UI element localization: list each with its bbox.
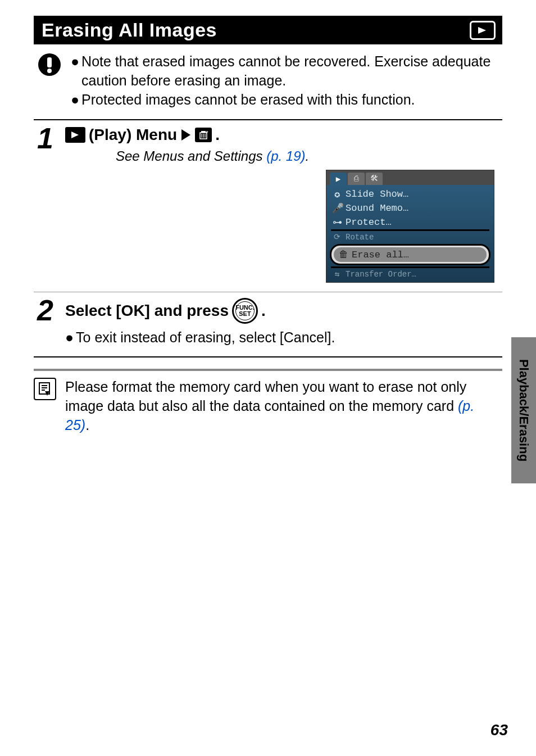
play-menu-icon [65, 127, 85, 143]
warning-item: ● Note that erased images cannot be reco… [71, 52, 502, 90]
side-tab-label: Playback/Erasing [516, 359, 531, 461]
svg-rect-2 [47, 57, 52, 67]
page-number: 63 [490, 721, 508, 739]
transfer-icon: ⇆ [332, 269, 342, 279]
step-heading: (Play) Menu ✦ . [65, 126, 500, 144]
tab-print-icon: ⎙ [348, 173, 365, 185]
sound-memo-icon: 🎤 [332, 202, 342, 214]
protect-icon: ⊶ [332, 216, 342, 228]
step-heading-text: (Play) Menu [89, 126, 177, 144]
warning-text: Protected images cannot be erased with t… [81, 90, 415, 110]
tab-play-icon: ▶ [330, 173, 347, 185]
menu-item-highlighted: 🗑Erase all… [330, 244, 490, 265]
step-bullet-text: To exit instead of erasing, select [Canc… [76, 328, 335, 347]
step-subtext: See Menus and Settings (p. 19). [116, 148, 500, 164]
func-set-button-icon: FUNC. SET [232, 298, 258, 324]
step-sub-suffix: . [306, 148, 310, 164]
bullet-icon: ● [71, 52, 79, 90]
menu-item: ⊶Protect… [326, 215, 494, 229]
erase-all-icon: ✦ [195, 128, 212, 142]
steps-table: 1 (Play) Menu ✦ [34, 119, 502, 357]
tab-tools-icon: 🛠 [366, 173, 383, 185]
svg-rect-9 [201, 131, 206, 133]
warning-item: ● Protected images cannot be erased with… [71, 90, 502, 110]
func-label-bottom: SET [239, 311, 251, 317]
menu-item-label: Rotate [346, 233, 374, 242]
side-section-tab: Playback/Erasing [511, 337, 536, 483]
note-icon [34, 378, 56, 400]
warning-icon [37, 52, 62, 77]
svg-marker-0 [478, 27, 486, 34]
erase-icon: 🗑 [338, 249, 348, 260]
camera-menu-screenshot: ▶ ⎙ 🛠 ✪Slide Show… 🎤Sound Memo… ⊶Protect… [326, 170, 494, 283]
slideshow-icon: ✪ [332, 188, 342, 200]
menu-tabs: ▶ ⎙ 🛠 [326, 170, 494, 185]
note-block: Please format the memory card when you w… [34, 369, 502, 434]
step-bullet: ● To exit instead of erasing, select [Ca… [65, 328, 500, 347]
step-row: 2 Select [OK] and press FUNC. SET . ● To… [34, 292, 502, 356]
menu-item: ⟳Rotate [326, 231, 494, 243]
warning-text: Note that erased images cannot be recove… [81, 52, 502, 90]
step-heading-text: Select [OK] and press [65, 302, 229, 320]
note-text: Please format the memory card when you w… [65, 378, 502, 434]
menu-item-label: Slide Show… [346, 189, 408, 200]
rotate-icon: ⟳ [332, 232, 342, 242]
step-heading-suffix: . [261, 302, 266, 320]
step-number: 1 [34, 120, 65, 292]
menu-item: 🎤Sound Memo… [326, 201, 494, 215]
arrow-right-icon [181, 129, 190, 141]
menu-item: ✪Slide Show… [326, 187, 494, 201]
menu-item-label: Transfer Order… [346, 270, 416, 279]
note-text-b: . [85, 417, 89, 433]
page-ref-link[interactable]: (p. 19) [266, 148, 305, 164]
svg-marker-4 [71, 132, 79, 138]
menu-list: ✪Slide Show… 🎤Sound Memo… ⊶Protect… ⟳Rot… [326, 185, 494, 282]
bullet-icon: ● [71, 90, 79, 110]
playback-mode-icon [470, 21, 496, 40]
section-title: Erasing All Images [42, 19, 217, 41]
step-row: 1 (Play) Menu ✦ [34, 120, 502, 292]
step-heading-suffix: . [215, 126, 220, 144]
step-heading: Select [OK] and press FUNC. SET . [65, 298, 500, 324]
section-title-bar: Erasing All Images [34, 16, 502, 44]
menu-item-label: Erase all… [352, 250, 409, 260]
step-sub-prefix: See Menus and Settings [116, 148, 266, 164]
menu-item-label: Protect… [346, 217, 392, 228]
bullet-icon: ● [65, 328, 74, 347]
menu-item: ⇆Transfer Order… [326, 268, 494, 280]
svg-point-3 [47, 69, 52, 73]
step-number: 2 [34, 292, 65, 356]
svg-text:✦: ✦ [206, 130, 208, 134]
warning-block: ● Note that erased images cannot be reco… [37, 52, 502, 109]
note-text-a: Please format the memory card when you w… [65, 379, 466, 414]
menu-item-label: Sound Memo… [346, 203, 408, 214]
